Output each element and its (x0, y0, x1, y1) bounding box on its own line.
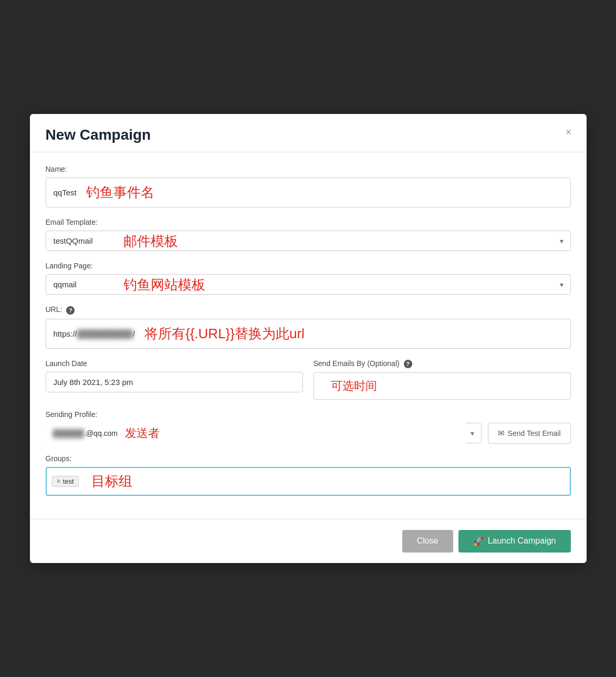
groups-label: Groups: (46, 454, 571, 463)
landing-page-select[interactable]: qqmail (46, 274, 571, 295)
send-emails-help-icon[interactable]: ? (404, 360, 412, 368)
send-test-email-button[interactable]: ✉ Send Test Email (488, 423, 571, 444)
sending-profile-select-wrapper: ██████ .@qq.com 发送者 (46, 423, 482, 443)
date-row: Launch Date Send Emails By (Optional) ? … (46, 359, 571, 410)
url-suffix: / (133, 329, 135, 338)
sending-profile-label: Sending Profile: (46, 410, 571, 419)
launch-campaign-button[interactable]: 🚀 Launch Campaign (458, 530, 571, 553)
groups-group: Groups: × test 目标组 (46, 454, 571, 496)
url-input-container: https:// ██████████ / 将所有{{.URL}}替换为此url (46, 319, 571, 349)
sending-profile-row: ██████ .@qq.com 发送者 ✉ Send Test Email (46, 423, 571, 444)
envelope-icon: ✉ (498, 429, 505, 438)
modal-header: New Campaign × (30, 114, 587, 152)
name-annotation: 钓鱼事件名 (86, 183, 154, 202)
email-template-select[interactable]: testQQmail (46, 231, 571, 251)
url-prefix: https:// (54, 329, 77, 338)
modal-dialog: New Campaign × Name: qqTest 钓鱼事件名 Email … (30, 114, 587, 563)
send-test-email-label: Send Test Email (508, 429, 561, 438)
name-value: qqTest (54, 188, 77, 197)
modal-footer: Close 🚀 Launch Campaign (30, 519, 587, 563)
url-group: URL: ? https:// ██████████ / 将所有{{.URL}}… (46, 305, 571, 348)
modal-overlay: New Campaign × Name: qqTest 钓鱼事件名 Email … (0, 0, 616, 677)
modal-body: Name: qqTest 钓鱼事件名 Email Template: testQ… (30, 152, 587, 519)
groups-tag: × test (52, 476, 79, 487)
rocket-icon: 🚀 (473, 536, 484, 546)
launch-date-group: Launch Date (46, 359, 303, 400)
url-label: URL: ? (46, 305, 571, 314)
url-help-icon[interactable]: ? (66, 306, 75, 315)
landing-page-group: Landing Page: qqmail 钓鱼网站模板 (46, 262, 571, 295)
send-emails-group: Send Emails By (Optional) ? 可选时间 (314, 359, 571, 400)
landing-page-label: Landing Page: (46, 262, 571, 270)
name-group: Name: qqTest 钓鱼事件名 (46, 165, 571, 207)
email-template-label: Email Template: (46, 218, 571, 226)
groups-tag-value: test (63, 477, 74, 485)
launch-date-label: Launch Date (46, 359, 303, 368)
groups-input-container[interactable]: × test 目标组 (46, 467, 571, 496)
modal-title: New Campaign (46, 127, 571, 143)
url-blurred: ██████████ (77, 329, 133, 338)
groups-tag-remove[interactable]: × (57, 477, 61, 485)
name-input-wrapper: qqTest 钓鱼事件名 (46, 178, 571, 207)
email-template-select-wrapper: testQQmail 邮件模板 (46, 231, 571, 251)
modal-close-button[interactable]: × (561, 124, 576, 139)
email-template-group: Email Template: testQQmail 邮件模板 (46, 218, 571, 251)
name-label: Name: (46, 165, 571, 173)
groups-annotation: 目标组 (91, 472, 132, 491)
sending-profile-group: Sending Profile: ██████ .@qq.com 发送者 (46, 410, 571, 444)
send-emails-input-container: 可选时间 (314, 372, 571, 400)
close-button[interactable]: Close (402, 530, 453, 553)
send-emails-label: Send Emails By (Optional) ? (314, 359, 571, 368)
launch-campaign-label: Launch Campaign (488, 536, 556, 546)
launch-date-input[interactable] (46, 372, 303, 392)
sending-profile-select[interactable] (46, 423, 482, 443)
send-emails-annotation: 可选时间 (331, 378, 377, 394)
landing-page-select-wrapper: qqmail 钓鱼网站模板 (46, 274, 571, 295)
url-annotation: 将所有{{.URL}}替换为此url (144, 325, 305, 343)
